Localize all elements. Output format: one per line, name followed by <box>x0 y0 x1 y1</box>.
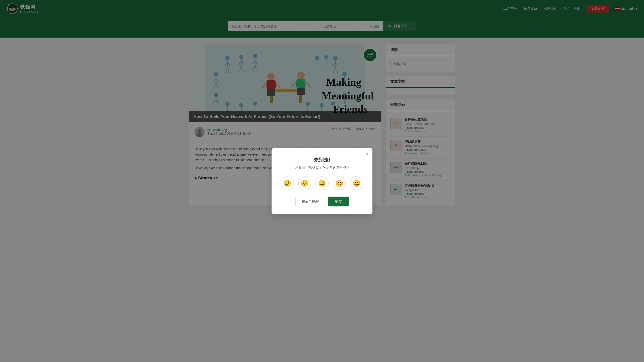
remind-later-button[interactable]: 稍后再提醒 <box>296 197 325 206</box>
submit-button[interactable]: 提交 <box>328 197 349 206</box>
emoji-rating-5[interactable]: 😄 <box>350 176 363 190</box>
modal-title: 先别走! <box>281 156 363 163</box>
feedback-modal: × 先别走! 您觉得『铁饭网』的文章内容如何? 😢😟😐😊😄 稍后再提醒 提交 <box>272 148 372 214</box>
modal-subtitle: 您觉得『铁饭网』的文章内容如何? <box>281 166 363 170</box>
emoji-rating-1[interactable]: 😢 <box>281 176 294 190</box>
modal-close-button[interactable]: × <box>366 151 368 156</box>
emoji-rating-2[interactable]: 😟 <box>298 176 312 190</box>
emoji-rating-3[interactable]: 😐 <box>315 176 329 190</box>
emoji-rating-4[interactable]: 😊 <box>333 176 346 190</box>
modal-actions: 稍后再提醒 提交 <box>281 197 363 206</box>
emoji-rating-row: 😢😟😐😊😄 <box>281 176 363 190</box>
modal-overlay[interactable]: × 先别走! 您觉得『铁饭网』的文章内容如何? 😢😟😐😊😄 稍后再提醒 提交 <box>0 0 644 362</box>
